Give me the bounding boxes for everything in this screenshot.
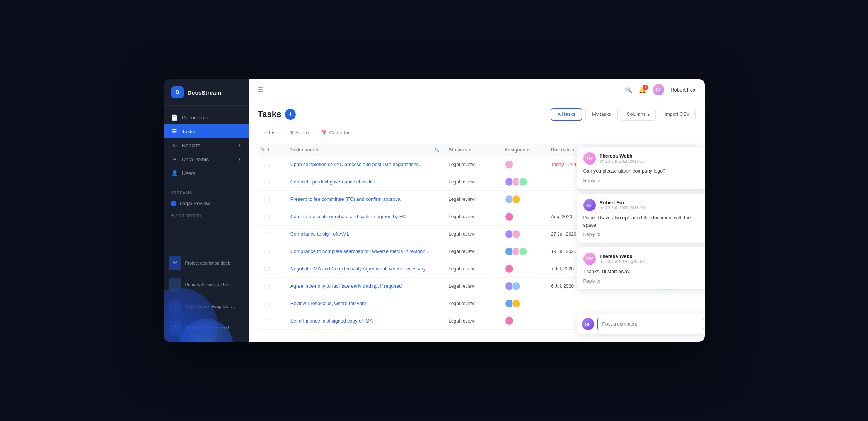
columns-chevron: ▾: [647, 112, 650, 117]
drag-handle[interactable]: ⋮⋮: [263, 231, 272, 237]
page-content: Tasks + All tasks My tasks Columns ▾ Imp…: [249, 100, 705, 342]
sidebar-item-users[interactable]: 👤 Users: [164, 166, 249, 180]
reports-chevron: ▾: [239, 143, 241, 148]
sidebar-label-reports: Reports: [182, 143, 200, 148]
drag-handle[interactable]: ⋮⋮: [263, 318, 272, 324]
reply-button-2[interactable]: Reply to: [583, 232, 703, 237]
stream-legal-review[interactable]: Legal Review: [164, 197, 249, 209]
stream-badge: Legal review: [448, 318, 474, 324]
task-link[interactable]: Agree indemnity to facilitate early trad…: [290, 283, 402, 289]
tab-board[interactable]: ⊞ Board: [283, 127, 315, 139]
file-name-2: Primary Access & Resea...: [185, 282, 235, 287]
sidebar-label-users: Users: [182, 170, 196, 176]
th-assignee[interactable]: Assignee ▾: [500, 144, 546, 156]
app-name: DocsStream: [188, 89, 222, 96]
drag-handle[interactable]: ⋮⋮: [263, 266, 272, 272]
assignee-avatar: [518, 177, 528, 187]
due-date-text: 19 Jul, 202...: [551, 249, 578, 254]
task-link[interactable]: Review Prospectus, where relevant: [290, 301, 366, 306]
drag-handle[interactable]: ⋮⋮: [263, 283, 272, 289]
drag-handle-cell: ⋮⋮: [258, 278, 286, 295]
task-name-cell: Compliance to sign-off AML: [286, 226, 444, 243]
file-item-1[interactable]: W Project decription.dock: [164, 252, 249, 274]
priority-cell: [653, 295, 695, 312]
status-cell: [607, 295, 653, 312]
task-link[interactable]: Present to fee committee (FC) and confir…: [290, 197, 402, 202]
drag-handle-cell: ⋮⋮: [258, 208, 286, 226]
calendar-tab-icon: 📅: [321, 130, 327, 136]
my-tasks-button[interactable]: My tasks: [585, 109, 617, 120]
reply-button-3[interactable]: Reply to: [583, 278, 703, 284]
assignee-cell: [500, 312, 546, 330]
columns-button[interactable]: Columns ▾: [621, 109, 656, 121]
th-streams[interactable]: Streams ▾: [444, 144, 500, 156]
task-sort-icon: ⇅: [315, 148, 319, 152]
task-name-cell: Review Prospectus, where relevant: [286, 295, 444, 312]
task-link[interactable]: Confirm fee scale or rebate and confirm …: [290, 214, 406, 219]
task-link[interactable]: Complete product governance checklist: [290, 179, 375, 185]
drag-handle[interactable]: ⋮⋮: [263, 214, 272, 219]
stream-cell: Legal review: [444, 226, 500, 243]
page-title: Tasks: [258, 109, 281, 119]
board-tab-icon: ⊞: [289, 130, 293, 136]
task-link[interactable]: Send Finance final signed copy of IMA: [290, 318, 373, 324]
import-csv-button[interactable]: Import CSV: [659, 109, 696, 120]
comment-author-2: Robert Fox: [600, 200, 645, 205]
task-link[interactable]: Compliance to complete searches for adve…: [290, 249, 430, 254]
task-search-icon[interactable]: 🔍: [435, 148, 439, 152]
task-link[interactable]: Negotiate IMA and Confidentiality Agreem…: [290, 266, 426, 272]
all-tasks-button[interactable]: All tasks: [551, 108, 583, 121]
drag-handle-cell: ⋮⋮: [258, 173, 286, 191]
comment-body-3: Thanks, I'll start away.: [583, 268, 703, 275]
search-icon[interactable]: 🔍: [625, 86, 633, 93]
assignee-avatars: [505, 212, 542, 221]
app-logo[interactable]: D DocsStream: [164, 79, 249, 106]
due-date-text: 27 Jul, 2020: [551, 231, 576, 237]
task-link[interactable]: Compliance to sign-off AML: [290, 231, 350, 237]
notification-bell[interactable]: 🔔 1: [639, 86, 646, 93]
drag-handle[interactable]: ⋮⋮: [263, 301, 272, 306]
sidebar-item-tasks[interactable]: ☰ Tasks: [164, 124, 249, 138]
comment-avatar-2: RF: [583, 199, 596, 211]
list-tab-icon: ≡: [264, 130, 267, 136]
post-comment-input[interactable]: [597, 318, 704, 330]
task-link[interactable]: Upon completion of KYC process and post-…: [290, 162, 423, 167]
assignee-avatars: [505, 177, 542, 187]
comment-avatar-3: TW: [583, 253, 596, 265]
reply-button-1[interactable]: Reply to: [583, 178, 703, 183]
datapoints-icon: ≡: [171, 156, 178, 162]
assignee-avatar: [505, 160, 514, 169]
tasks-icon: ☰: [171, 128, 178, 134]
assignee-filter-icon: ▾: [527, 148, 529, 152]
sidebar-label-tasks: Tasks: [182, 129, 196, 134]
drag-handle[interactable]: ⋮⋮: [263, 197, 272, 202]
sidebar-item-reports[interactable]: ⊙ Reports ▾: [164, 138, 249, 152]
stream-color-dot: [171, 201, 176, 206]
drag-handle[interactable]: ⋮⋮: [263, 249, 272, 254]
drag-handle[interactable]: ⋮⋮: [263, 162, 272, 167]
document-icon: 📄: [171, 114, 178, 121]
file-icon-word: W: [169, 256, 181, 270]
tab-list[interactable]: ≡ List: [258, 127, 283, 139]
assignee-cell: [500, 156, 546, 173]
add-task-button[interactable]: +: [285, 109, 296, 120]
tab-board-label: Board: [295, 130, 309, 136]
assignee-cell: [500, 173, 546, 191]
assignee-avatars: [505, 299, 542, 308]
assignee-avatars: [505, 264, 542, 273]
assignee-avatars: [505, 160, 542, 169]
stream-cell: Legal review: [444, 191, 500, 208]
comment-body-1: Can you please attach company logo?: [583, 168, 703, 175]
add-stream-button[interactable]: + Add stream: [164, 209, 249, 221]
sidebar-item-datapoints[interactable]: ≡ Data Points ▾: [164, 152, 249, 166]
stream-badge: Legal review: [448, 162, 474, 167]
user-avatar: RF: [653, 84, 664, 95]
tab-calendar[interactable]: 📅 Calendar: [315, 127, 356, 139]
th-task-name[interactable]: Task name ⇅ 🔍: [286, 144, 444, 156]
sidebar-item-documents[interactable]: 📄 Documents: [164, 110, 249, 124]
drag-handle[interactable]: ⋮⋮: [263, 179, 272, 185]
stream-badge: Legal review: [448, 301, 474, 306]
assignee-cell: [500, 208, 546, 226]
menu-icon[interactable]: ☰: [258, 86, 263, 93]
due-date-text: Aug, 2020: [551, 214, 572, 219]
